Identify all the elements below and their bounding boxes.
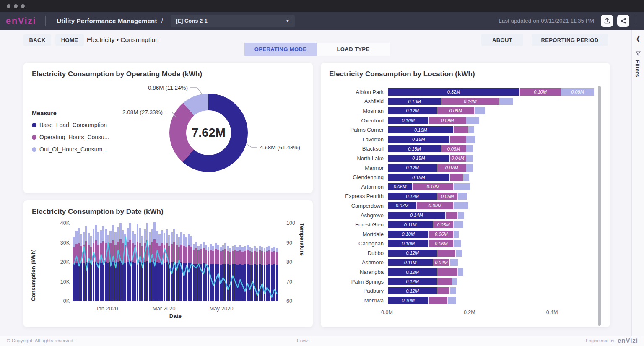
export-button[interactable] <box>601 15 613 27</box>
bar-segment-Operating_Hours_Consumption[interactable] <box>446 212 458 219</box>
bar-segment-Operating_Hours_Consumption[interactable]: 0.10M <box>413 183 454 190</box>
bar-segment-Out_Of_Hours_Consumption[interactable] <box>452 278 457 285</box>
location-row[interactable]: Camperdown0.07M0.09M <box>329 201 602 211</box>
bar-segment-Base_Load_Consumption[interactable]: 0.12M <box>388 164 437 172</box>
filter-funnel-icon[interactable] <box>635 51 641 58</box>
bar-segment-Operating_Hours_Consumption[interactable] <box>437 268 458 276</box>
bar-segment-Operating_Hours_Consumption[interactable] <box>429 297 447 304</box>
bar-segment-Base_Load_Consumption[interactable]: 0.13M <box>388 98 441 105</box>
report-selector-dropdown[interactable]: [E] Cons 2-1 ▼ <box>171 15 295 27</box>
bar-segment-Operating_Hours_Consumption[interactable]: 0.06M <box>429 231 454 238</box>
location-row[interactable]: Blacksoil0.13M0.06M <box>329 144 602 154</box>
bar-segment-Out_Of_Hours_Consumption[interactable] <box>448 297 456 304</box>
bar-segment-Operating_Hours_Consumption[interactable]: 0.09M <box>429 117 466 124</box>
bar-segment-Base_Load_Consumption[interactable]: 0.11M <box>388 221 433 228</box>
bar-segment-Base_Load_Consumption[interactable]: 0.12M <box>388 287 437 294</box>
location-row[interactable]: Mosman0.12M0.09M <box>329 106 602 116</box>
bar-segment-Operating_Hours_Consumption[interactable]: 0.10M <box>520 88 561 96</box>
chart-scrollbar[interactable] <box>598 86 601 326</box>
bar-segment-Operating_Hours_Consumption[interactable]: 0.04M <box>450 155 466 162</box>
location-row[interactable]: Ashfield0.13M0.14M <box>329 97 602 107</box>
bar-segment-Base_Load_Consumption[interactable]: 0.10M <box>388 240 429 247</box>
location-row[interactable]: Mortdale0.10M0.06M <box>329 229 602 239</box>
bar-segment-Operating_Hours_Consumption[interactable]: 0.06M <box>429 240 454 247</box>
window-close-icon[interactable] <box>7 4 10 8</box>
filters-label[interactable]: Filters <box>634 60 641 77</box>
location-row[interactable]: Narangba0.12M <box>329 267 602 277</box>
bar-segment-Base_Load_Consumption[interactable]: 0.10M <box>388 117 429 124</box>
bar-segment-Base_Load_Consumption[interactable]: 0.15M <box>388 136 450 143</box>
legend-item-base-load[interactable]: Base_Load_Consumption <box>32 122 120 128</box>
bar-segment-Out_Of_Hours_Consumption[interactable] <box>458 268 463 276</box>
bar-segment-Out_Of_Hours_Consumption[interactable] <box>454 183 470 190</box>
bar-segment-Operating_Hours_Consumption[interactable]: 0.05M <box>433 221 454 228</box>
bar-segment-Base_Load_Consumption[interactable]: 0.10M <box>388 297 429 304</box>
home-button[interactable]: HOME <box>55 34 84 46</box>
bar-segment-Out_Of_Hours_Consumption[interactable] <box>458 193 467 200</box>
bar-segment-Base_Load_Consumption[interactable]: 0.06M <box>388 183 413 190</box>
reporting-period-button[interactable]: REPORTING PERIOD <box>532 34 608 46</box>
bar-segment-Out_Of_Hours_Consumption[interactable] <box>450 259 458 266</box>
donut-chart[interactable]: 7.62M <box>169 94 248 172</box>
bar-segment-Base_Load_Consumption[interactable]: 0.32M <box>388 88 520 96</box>
bar-segment-Out_Of_Hours_Consumption[interactable] <box>456 250 462 257</box>
bar-segment-Operating_Hours_Consumption[interactable]: 0.09M <box>417 202 454 209</box>
about-button[interactable]: ABOUT <box>481 34 523 46</box>
location-row[interactable]: Forest Glen0.11M0.05M <box>329 220 602 229</box>
location-row[interactable]: Padbury0.12M <box>329 286 602 296</box>
legend-item-out-of-hours[interactable]: Out_Of_Hours_Consum... <box>32 146 120 153</box>
location-row[interactable]: Dubbo0.12M <box>329 248 602 258</box>
bar-segment-Out_Of_Hours_Consumption[interactable] <box>454 231 459 238</box>
bar-segment-Out_Of_Hours_Consumption[interactable] <box>466 155 473 162</box>
location-row[interactable]: Palms Corner0.16M <box>329 125 602 135</box>
bar-segment-Operating_Hours_Consumption[interactable] <box>437 278 452 285</box>
bar-segment-Base_Load_Consumption[interactable]: 0.12M <box>388 193 437 200</box>
bar-segment-Out_Of_Hours_Consumption[interactable] <box>466 164 473 172</box>
bar-segment-Base_Load_Consumption[interactable]: 0.12M <box>388 250 437 257</box>
bar-segment-Out_Of_Hours_Consumption[interactable] <box>454 202 468 209</box>
bar-segment-Out_Of_Hours_Consumption[interactable]: 0.08M <box>561 88 594 96</box>
envizi-logo[interactable]: enVizi <box>6 16 36 26</box>
bar-segment-Out_Of_Hours_Consumption[interactable] <box>454 240 461 247</box>
bar-segment-Operating_Hours_Consumption[interactable] <box>454 126 468 133</box>
location-row[interactable]: Marmor0.12M0.07M <box>329 163 602 173</box>
location-row[interactable]: Express Penrith0.12M0.05M <box>329 192 602 201</box>
bar-segment-Operating_Hours_Consumption[interactable] <box>437 250 456 257</box>
bar-segment-Base_Load_Consumption[interactable]: 0.13M <box>388 145 441 152</box>
location-row[interactable]: Ashgrove0.14M <box>329 211 602 220</box>
bar-segment-Out_Of_Hours_Consumption[interactable] <box>466 145 473 152</box>
bar-segment-Base_Load_Consumption[interactable]: 0.14M <box>388 212 446 219</box>
bar-segment-Base_Load_Consumption[interactable]: 0.15M <box>388 155 450 162</box>
bar-segment-Operating_Hours_Consumption[interactable] <box>450 136 466 143</box>
window-controls[interactable] <box>7 4 25 8</box>
window-minimize-icon[interactable] <box>14 4 18 8</box>
location-row[interactable]: Glendenning0.15M <box>329 172 602 182</box>
bar-segment-Base_Load_Consumption[interactable]: 0.07M <box>388 202 417 209</box>
window-zoom-icon[interactable] <box>21 4 25 8</box>
location-row[interactable]: Oxenford0.10M0.09M <box>329 116 602 125</box>
bar-segment-Operating_Hours_Consumption[interactable]: 0.07M <box>437 164 466 172</box>
location-row[interactable]: Merriwa0.10M <box>329 296 602 305</box>
bar-segment-Out_Of_Hours_Consumption[interactable] <box>463 174 469 181</box>
bar-segment-Out_Of_Hours_Consumption[interactable] <box>468 126 474 133</box>
tab-load-type[interactable]: LOAD TYPE <box>317 43 390 56</box>
share-button[interactable] <box>617 15 629 27</box>
bar-segment-Operating_Hours_Consumption[interactable]: 0.09M <box>437 107 475 114</box>
bar-segment-Operating_Hours_Consumption[interactable]: 0.06M <box>441 145 466 152</box>
collapse-panel-icon[interactable]: ❮ <box>636 35 641 42</box>
bar-segment-Out_Of_Hours_Consumption[interactable] <box>458 212 464 219</box>
bar-segment-Base_Load_Consumption[interactable]: 0.12M <box>388 107 437 114</box>
back-button[interactable]: BACK <box>23 34 51 46</box>
bar-segment-Base_Load_Consumption[interactable]: 0.16M <box>388 126 454 133</box>
bar-segment-Operating_Hours_Consumption[interactable] <box>450 174 463 181</box>
bar-segment-Base_Load_Consumption[interactable]: 0.12M <box>388 268 437 276</box>
location-row[interactable]: Artarmon0.06M0.10M <box>329 182 602 192</box>
bar-segment-Operating_Hours_Consumption[interactable] <box>437 287 450 294</box>
location-row[interactable]: Palm Springs0.12M <box>329 277 602 286</box>
location-row[interactable]: North Lake0.15M0.04M <box>329 153 602 163</box>
bar-segment-Out_Of_Hours_Consumption[interactable] <box>466 117 479 124</box>
bar-segment-Operating_Hours_Consumption[interactable]: 0.14M <box>441 98 499 105</box>
bar-segment-Out_Of_Hours_Consumption[interactable] <box>454 221 463 228</box>
bar-segment-Out_Of_Hours_Consumption[interactable] <box>450 287 457 294</box>
location-row[interactable]: Ashmore0.11M0.04M <box>329 258 602 268</box>
